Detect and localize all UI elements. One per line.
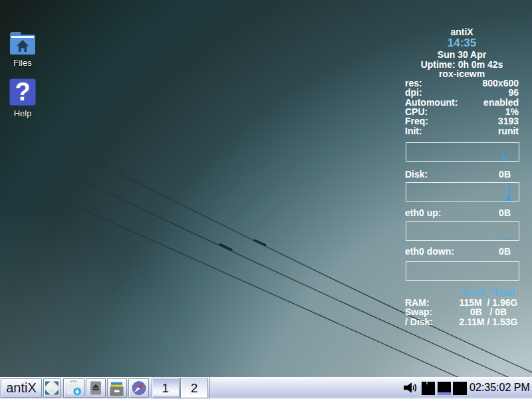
svg-text:?: ? [15,78,30,106]
